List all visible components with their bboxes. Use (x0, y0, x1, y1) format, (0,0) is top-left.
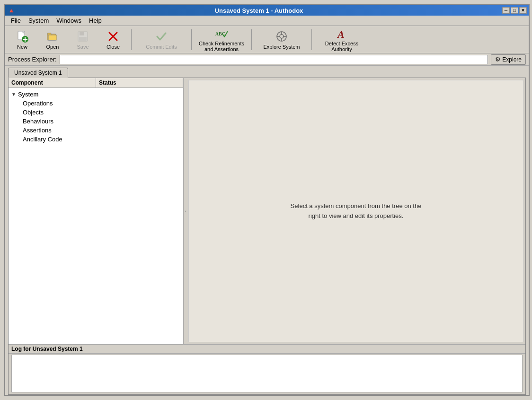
new-label: New (17, 44, 27, 50)
open-icon (46, 30, 59, 43)
menu-bar: File System Windows Help (5, 16, 529, 26)
detail-message-line2: right to view and edit its properties. (309, 212, 404, 219)
menu-windows[interactable]: Windows (53, 16, 85, 25)
menu-system[interactable]: System (25, 16, 53, 25)
process-explorer-bar: Process Explorer: ⚙ Explore (5, 53, 529, 66)
tree-node-system[interactable]: ▼ System (9, 90, 183, 99)
new-icon (16, 30, 29, 43)
explore-system-label: Explore System (263, 44, 300, 50)
detect-excess-icon: A (335, 27, 348, 40)
close-label: Close (106, 44, 120, 50)
tree-node-objects-label: Objects (23, 109, 44, 116)
detect-excess-button[interactable]: A Detect Excess Authority (316, 28, 368, 52)
splitter-dots: · · · · · (183, 210, 187, 211)
close-button[interactable]: Close (99, 28, 127, 52)
detail-message-line1: Select a system component from the tree … (291, 202, 422, 209)
explore-icon: ⚙ (495, 56, 501, 63)
commit-edits-icon (155, 30, 168, 43)
tree-node-assertions[interactable]: Assertions (9, 126, 183, 135)
tabs-bar: Unsaved System 1 (5, 66, 529, 78)
commit-edits-button[interactable]: Commit Edits (135, 28, 187, 52)
log-label: Log for Unsaved System 1 (9, 345, 525, 354)
tree-node-system-label: System (18, 91, 38, 98)
save-icon (76, 30, 89, 43)
svg-rect-7 (48, 35, 57, 40)
tree-node-behaviours-label: Behaviours (23, 118, 53, 125)
explore-button-label: Explore (502, 56, 522, 63)
main-split: Component Status ▼ System Operations (9, 78, 525, 344)
detail-panel: Select a system component from the tree … (188, 80, 523, 342)
tree-column-component: Component (9, 78, 96, 87)
tree-content: ▼ System Operations Objects Behaviours (9, 88, 183, 344)
tree-node-operations[interactable]: Operations (9, 99, 183, 108)
app-window: 🔺 Unsaved System 1 - Authodox ─ □ ✕ File… (4, 4, 530, 396)
explore-system-button[interactable]: Explore System (256, 28, 308, 52)
check-refinements-icon: ABC (215, 27, 228, 40)
process-explorer-label: Process Explorer: (8, 56, 57, 63)
tree-header: Component Status (9, 78, 183, 88)
svg-text:A: A (337, 28, 345, 40)
open-button[interactable]: Open (38, 28, 67, 52)
close-icon (106, 30, 120, 43)
menu-file[interactable]: File (7, 16, 25, 25)
toolbar-separator-2 (191, 29, 192, 50)
save-label: Save (77, 44, 89, 50)
explore-button[interactable]: ⚙ Explore (491, 54, 526, 65)
tab-unsaved-system-1[interactable]: Unsaved System 1 (8, 68, 68, 78)
title-bar-controls: ─ □ ✕ (502, 7, 529, 14)
menu-help[interactable]: Help (85, 16, 106, 25)
tree-node-ancillary-code[interactable]: Ancillary Code (9, 135, 183, 144)
title-bar: 🔺 Unsaved System 1 - Authodox ─ □ ✕ (5, 5, 529, 16)
tree-node-behaviours[interactable]: Behaviours (9, 117, 183, 126)
tree-node-ancillary-code-label: Ancillary Code (23, 136, 62, 143)
log-content[interactable] (11, 355, 523, 392)
maximize-button[interactable]: □ (511, 7, 518, 14)
explore-system-icon (275, 30, 288, 43)
detail-message: Select a system component from the tree … (291, 201, 422, 221)
check-refinements-button[interactable]: ABC Check Refinements and Assertions (195, 28, 248, 52)
detect-excess-label: Detect Excess Authority (319, 41, 364, 52)
toolbar-separator-3 (251, 29, 252, 50)
main-content: Component Status ▼ System Operations (8, 78, 526, 395)
tree-node-objects[interactable]: Objects (9, 108, 183, 117)
svg-rect-9 (80, 32, 84, 35)
toolbar: New Open Save (5, 26, 529, 53)
save-button[interactable]: Save (69, 28, 97, 52)
process-explorer-input[interactable] (60, 55, 488, 64)
open-label: Open (46, 44, 59, 50)
toolbar-separator-4 (311, 29, 312, 50)
tree-node-operations-label: Operations (23, 100, 53, 107)
minimize-button[interactable]: ─ (502, 7, 510, 14)
toolbar-separator-1 (131, 29, 132, 50)
app-icon: 🔺 (7, 6, 16, 15)
log-panel: Log for Unsaved System 1 (9, 344, 525, 394)
close-window-button[interactable]: ✕ (519, 7, 527, 14)
window-title: Unsaved System 1 - Authodox (16, 7, 502, 14)
new-button[interactable]: New (8, 28, 36, 52)
tree-column-status: Status (96, 78, 183, 87)
commit-edits-label: Commit Edits (146, 44, 177, 50)
tree-node-assertions-label: Assertions (23, 127, 52, 134)
svg-rect-6 (47, 33, 51, 35)
tree-arrow-system: ▼ (11, 92, 16, 97)
tree-panel: Component Status ▼ System Operations (9, 78, 184, 344)
svg-rect-10 (79, 37, 87, 41)
svg-point-15 (280, 35, 284, 38)
check-refinements-label: Check Refinements and Assertions (199, 41, 244, 52)
splitter[interactable]: · · · · · (184, 78, 186, 344)
